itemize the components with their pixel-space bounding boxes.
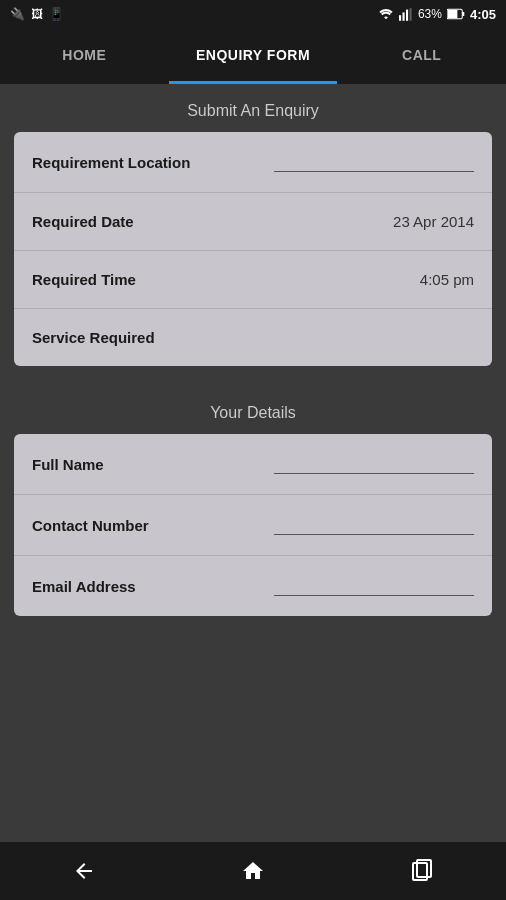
- contact-number-row: Contact Number: [14, 495, 492, 556]
- status-bar: 🔌 🖼 📱 63% 4:05: [0, 0, 506, 28]
- card-details: Full Name Contact Number Email Address: [14, 434, 492, 616]
- required-date-label: Required Date: [32, 213, 134, 230]
- requirement-location-row: Requirement Location: [14, 132, 492, 193]
- back-button[interactable]: [54, 851, 114, 891]
- home-button[interactable]: [223, 851, 283, 891]
- required-date-row: Required Date 23 Apr 2014: [14, 193, 492, 251]
- tab-home[interactable]: HOME: [0, 28, 169, 84]
- full-name-label: Full Name: [32, 456, 104, 473]
- required-time-value[interactable]: 4:05 pm: [420, 271, 474, 288]
- required-date-value[interactable]: 23 Apr 2014: [393, 213, 474, 230]
- home-icon: [241, 859, 265, 883]
- required-time-row: Required Time 4:05 pm: [14, 251, 492, 309]
- full-name-row: Full Name: [14, 434, 492, 495]
- android-icon: 📱: [49, 7, 64, 21]
- required-time-label: Required Time: [32, 271, 136, 288]
- svg-rect-6: [448, 10, 458, 18]
- contact-number-input[interactable]: [274, 515, 474, 535]
- battery-percentage: 63%: [418, 7, 442, 21]
- time-display: 4:05: [470, 7, 496, 22]
- bottom-nav: [0, 842, 506, 900]
- recents-icon: [410, 859, 434, 883]
- battery-icon: [447, 8, 465, 20]
- section1-title: Submit An Enquiry: [0, 84, 506, 132]
- wifi-icon: [378, 8, 394, 21]
- signal-icon: [399, 8, 413, 21]
- email-address-input[interactable]: [274, 576, 474, 596]
- usb-icon: 🔌: [10, 7, 25, 21]
- service-required-row: Service Required: [14, 309, 492, 366]
- section2-title: Your Details: [0, 386, 506, 434]
- svg-rect-5: [462, 12, 464, 16]
- svg-rect-0: [399, 15, 401, 21]
- status-bar-left: 🔌 🖼 📱: [10, 7, 64, 21]
- email-address-row: Email Address: [14, 556, 492, 616]
- svg-rect-1: [402, 12, 404, 20]
- email-address-label: Email Address: [32, 578, 136, 595]
- status-bar-right: 63% 4:05: [378, 7, 496, 22]
- main-content: Submit An Enquiry Requirement Location R…: [0, 84, 506, 842]
- tab-enquiry[interactable]: ENQUIRY FORM: [169, 28, 338, 84]
- card-enquiry: Requirement Location Required Date 23 Ap…: [14, 132, 492, 366]
- top-nav: HOME ENQUIRY FORM CALL: [0, 28, 506, 84]
- tab-call[interactable]: CALL: [337, 28, 506, 84]
- requirement-location-label: Requirement Location: [32, 154, 190, 171]
- requirement-location-input[interactable]: [274, 152, 474, 172]
- svg-rect-2: [406, 9, 408, 20]
- svg-rect-3: [409, 8, 411, 21]
- recents-button[interactable]: [392, 851, 452, 891]
- full-name-input[interactable]: [274, 454, 474, 474]
- image-icon: 🖼: [31, 7, 43, 21]
- service-required-label: Service Required: [32, 329, 155, 346]
- back-icon: [72, 859, 96, 883]
- contact-number-label: Contact Number: [32, 517, 149, 534]
